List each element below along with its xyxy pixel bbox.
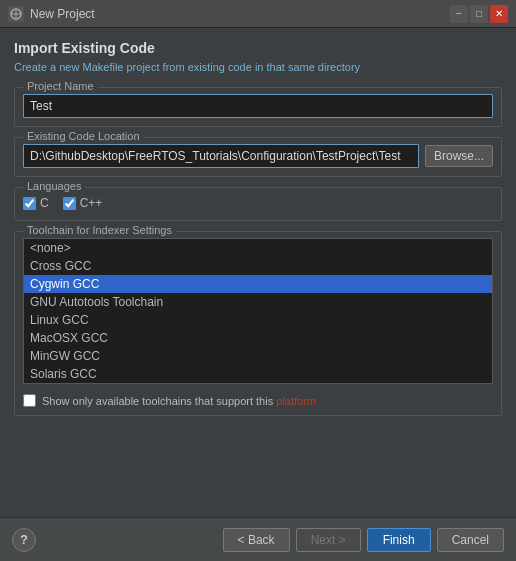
title-bar-left: New Project [8,6,95,22]
project-name-input[interactable] [23,94,493,118]
platform-row: Show only available toolchains that supp… [23,392,493,407]
window-title: New Project [30,7,95,21]
toolchain-group: Toolchain for Indexer Settings <none>Cro… [14,231,502,416]
platform-label[interactable]: Show only available toolchains that supp… [42,395,316,407]
toolchain-list[interactable]: <none>Cross GCCCygwin GCCGNU Autotools T… [23,238,493,384]
bottom-bar: ? < Back Next > Finish Cancel [0,517,516,561]
platform-checkbox[interactable] [23,394,36,407]
c-language-label[interactable]: C [23,196,49,210]
app-icon [8,6,24,22]
toolchain-list-item[interactable]: Solaris GCC [24,365,492,383]
toolchain-list-item[interactable]: <none> [24,239,492,257]
maximize-button[interactable]: □ [470,5,488,23]
cpp-language-text: C++ [80,196,103,210]
toolchain-list-item[interactable]: Cygwin GCC [24,275,492,293]
title-bar: New Project − □ ✕ [0,0,516,28]
languages-row: C C++ [23,194,493,212]
languages-group: Languages C C++ [14,187,502,221]
code-location-input[interactable] [23,144,419,168]
nav-buttons: < Back Next > Finish Cancel [223,528,504,552]
c-language-text: C [40,196,49,210]
import-description: Create a new Makefile project from exist… [14,60,502,75]
code-location-group: Existing Code Location Browse... [14,137,502,177]
toolchain-label: Toolchain for Indexer Settings [23,224,176,236]
cancel-button[interactable]: Cancel [437,528,504,552]
import-header: Import Existing Code [14,40,502,56]
next-button[interactable]: Next > [296,528,361,552]
code-location-label: Existing Code Location [23,130,144,142]
main-content: Import Existing Code Create a new Makefi… [0,28,516,416]
browse-button[interactable]: Browse... [425,145,493,167]
close-button[interactable]: ✕ [490,5,508,23]
cpp-language-label[interactable]: C++ [63,196,103,210]
project-name-group: Project Name [14,87,502,127]
back-button[interactable]: < Back [223,528,290,552]
minimize-button[interactable]: − [450,5,468,23]
toolchain-list-item[interactable]: MinGW GCC [24,347,492,365]
cpp-language-checkbox[interactable] [63,197,76,210]
finish-button[interactable]: Finish [367,528,431,552]
help-button[interactable]: ? [12,528,36,552]
toolchain-list-item[interactable]: Linux GCC [24,311,492,329]
toolchain-list-item[interactable]: GNU Autotools Toolchain [24,293,492,311]
project-name-label: Project Name [23,80,98,92]
languages-label: Languages [23,180,85,192]
c-language-checkbox[interactable] [23,197,36,210]
toolchain-list-item[interactable]: MacOSX GCC [24,329,492,347]
location-row: Browse... [23,144,493,168]
window-controls: − □ ✕ [450,5,508,23]
toolchain-list-item[interactable]: Cross GCC [24,257,492,275]
